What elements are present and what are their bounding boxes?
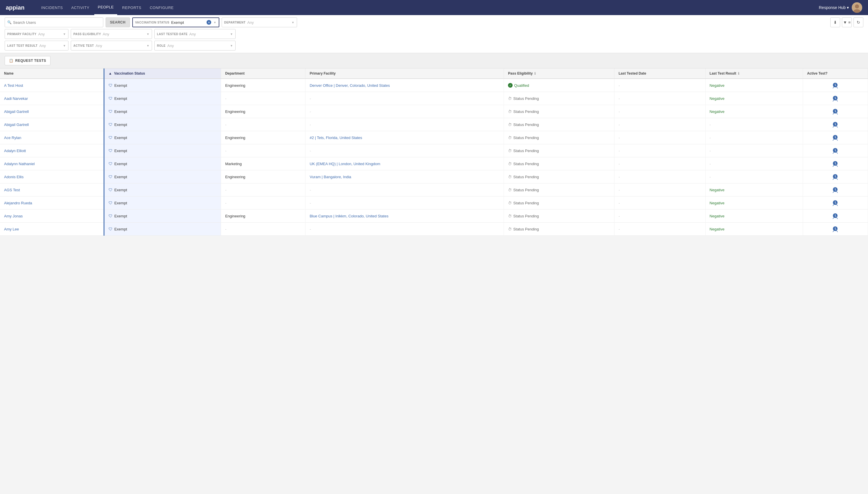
last-test-result-info-icon[interactable]: ℹ xyxy=(738,72,739,75)
search-input[interactable] xyxy=(13,20,101,25)
pass-eligibility-info-icon[interactable]: ℹ xyxy=(534,72,535,75)
facility-link[interactable]: Vuram | Bangalore, India xyxy=(310,175,351,179)
table-row: Alejandro Rueda🛡Exempt--⏱Status Pending-… xyxy=(0,196,868,210)
nav-incidents[interactable]: INCIDENTS xyxy=(38,0,66,15)
cell-name: Adalynn Nathaniel xyxy=(0,157,104,170)
active-test-filter[interactable]: ACTIVE TEST Any ▼ xyxy=(71,41,152,51)
facility-link[interactable]: #2 | Tets, Florida, United States xyxy=(310,136,362,140)
cell-name: Abigail Gartrell xyxy=(0,105,104,118)
name-link[interactable]: Abigail Gartrell xyxy=(4,122,29,127)
status-qualified: ✓Qualified xyxy=(508,83,610,88)
table-row: Adalynn Nathaniel🛡ExemptMarketingUK (EME… xyxy=(0,157,868,170)
status-pending: ⏱Status Pending xyxy=(508,96,610,101)
vaccination-status-text: Exempt xyxy=(114,122,127,127)
name-link[interactable]: Adonis Ellis xyxy=(4,175,23,179)
cell-name: Amy Lee xyxy=(0,223,104,236)
response-hub-label[interactable]: Response Hub ▾ xyxy=(819,5,849,10)
cell-last-test-result: - xyxy=(705,118,803,131)
exempt-icon: 🛡 xyxy=(108,96,113,101)
vaccination-status-filter[interactable]: VACCINATION STATUS Exempt ✕ ▼ xyxy=(132,17,219,27)
last-tested-date-value: - xyxy=(618,188,620,192)
table-row: Aadi Narvekar🛡Exempt--⏱Status Pending-Ne… xyxy=(0,92,868,105)
cell-department: - xyxy=(221,144,305,157)
user-avatar[interactable] xyxy=(852,2,862,13)
action-bar: 📋 REQUEST TESTS xyxy=(0,53,868,69)
facility-link[interactable]: Blue Campus | Inlkkm, Colorado, United S… xyxy=(310,214,388,218)
col-active-test[interactable]: Active Test? xyxy=(803,69,868,79)
active-test-icon xyxy=(807,148,864,154)
last-test-result-filter[interactable]: LAST TEST RESULT Any ▼ xyxy=(5,41,68,51)
search-box[interactable]: 🔍 xyxy=(5,17,103,27)
col-last-tested-date[interactable]: Last Tested Date xyxy=(614,69,706,79)
cell-last-test-result: Negative xyxy=(705,196,803,210)
name-link[interactable]: Ace Rylan xyxy=(4,136,21,140)
col-pass-eligibility[interactable]: Pass Eligibility ℹ xyxy=(504,69,614,79)
vaccination-status-text: Exempt xyxy=(114,188,127,192)
cell-active-test xyxy=(803,223,868,236)
cell-primary-facility: Vuram | Bangalore, India xyxy=(305,170,504,184)
search-button[interactable]: SEARCH xyxy=(105,17,130,27)
cell-vaccination-status: 🛡Exempt xyxy=(104,79,221,92)
department-value: Any xyxy=(247,20,290,25)
name-link[interactable]: AGS Test xyxy=(4,188,20,192)
col-vaccination-status[interactable]: ▲ Vaccination Status xyxy=(104,69,221,79)
pass-eligibility-filter[interactable]: PASS ELIGIBILITY Any ▼ xyxy=(71,29,152,39)
table-row: A Test Host🛡ExemptEngineeringDenver Offi… xyxy=(0,79,868,92)
cell-vaccination-status: 🛡Exempt xyxy=(104,157,221,170)
col-name[interactable]: Name xyxy=(0,69,104,79)
download-button[interactable]: ⬇ xyxy=(830,17,840,27)
nav-configure[interactable]: CONFIGURE xyxy=(146,0,177,15)
status-pending: ⏱Status Pending xyxy=(508,149,610,153)
nav-reports[interactable]: REPORTS xyxy=(119,0,145,15)
cell-active-test xyxy=(803,184,868,196)
vaccination-status-clear[interactable]: ✕ xyxy=(206,20,211,25)
name-link[interactable]: Abigail Gartrell xyxy=(4,110,29,114)
col-department[interactable]: Department xyxy=(221,69,305,79)
last-tested-date-value: - xyxy=(618,122,620,127)
name-link[interactable]: Amy Jonas xyxy=(4,214,23,218)
request-tests-button[interactable]: 📋 REQUEST TESTS xyxy=(5,56,51,65)
last-tested-date-value: - xyxy=(618,162,620,166)
name-link[interactable]: Adalyn Elliott xyxy=(4,149,26,153)
last-tested-date-value: - xyxy=(618,214,620,218)
active-test-icon xyxy=(807,174,864,180)
cell-vaccination-status: 🛡Exempt xyxy=(104,170,221,184)
nav-people[interactable]: PEOPLE xyxy=(94,0,117,15)
name-link[interactable]: Alejandro Rueda xyxy=(4,201,32,205)
clock-icon: ⏱ xyxy=(508,122,512,127)
role-label: ROLE xyxy=(157,44,166,47)
col-last-test-result[interactable]: Last Test Result ℹ xyxy=(705,69,803,79)
facility-dash: - xyxy=(310,188,311,192)
name-link[interactable]: Amy Lee xyxy=(4,227,19,231)
vaccination-status-text: Exempt xyxy=(114,96,127,101)
col-primary-facility[interactable]: Primary Facility xyxy=(305,69,504,79)
active-test-arrow: ▼ xyxy=(146,44,150,47)
table-body: A Test Host🛡ExemptEngineeringDenver Offi… xyxy=(0,79,868,236)
cell-name: Amy Jonas xyxy=(0,210,104,223)
exempt-icon: 🛡 xyxy=(108,201,113,205)
role-filter[interactable]: ROLE Any ▼ xyxy=(154,41,236,51)
primary-facility-filter[interactable]: PRIMARY FACILITY Any ▼ xyxy=(5,29,68,39)
active-test-icon xyxy=(807,82,864,89)
facility-link[interactable]: Denver Office | Denver, Colorado, United… xyxy=(310,83,390,88)
name-link[interactable]: A Test Host xyxy=(4,83,23,88)
pass-eligibility-text: Status Pending xyxy=(513,110,539,114)
nav-activity[interactable]: ACTIVITY xyxy=(68,0,93,15)
cell-active-test xyxy=(803,92,868,105)
pass-eligibility-text: Status Pending xyxy=(513,96,539,101)
department-filter[interactable]: DEPARTMENT Any ▼ xyxy=(222,17,297,27)
name-link[interactable]: Adalynn Nathaniel xyxy=(4,162,35,166)
exempt-icon: 🛡 xyxy=(108,214,113,218)
appian-logo[interactable]: appian xyxy=(6,3,29,12)
cell-pass-eligibility: ⏱Status Pending xyxy=(504,92,614,105)
name-link[interactable]: Aadi Narvekar xyxy=(4,96,28,101)
filter-button[interactable]: ▼ ≡ xyxy=(842,17,852,27)
facility-link[interactable]: UK (EMEA HQ) | London, United Kingdom xyxy=(310,162,380,166)
cell-last-tested-date: - xyxy=(614,79,706,92)
cell-pass-eligibility: ⏱Status Pending xyxy=(504,118,614,131)
vaccination-status-label: VACCINATION STATUS xyxy=(135,21,170,24)
last-tested-date-filter[interactable]: LAST TESTED DATE Any ▼ xyxy=(154,29,236,39)
cell-vaccination-status: 🛡Exempt xyxy=(104,184,221,196)
cell-last-tested-date: - xyxy=(614,144,706,157)
refresh-button[interactable]: ↻ xyxy=(853,17,863,27)
